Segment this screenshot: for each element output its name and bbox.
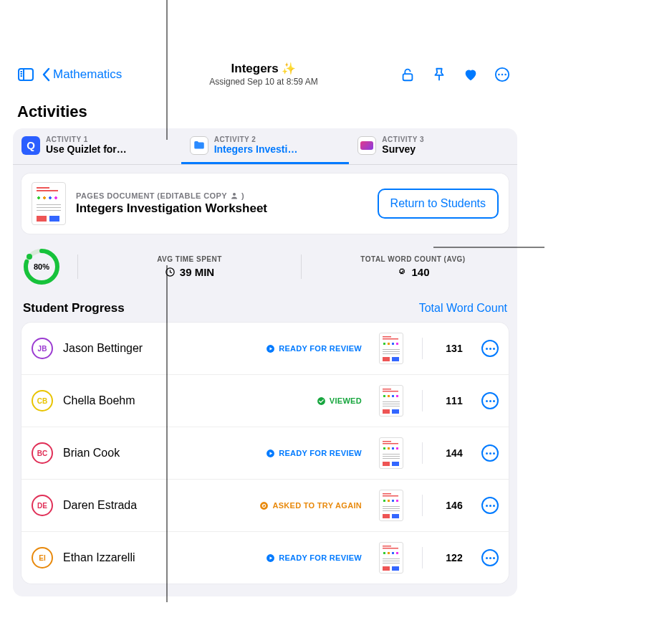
svg-point-9: [501, 73, 504, 75]
pin-icon[interactable]: [431, 67, 447, 82]
avatar: CB: [32, 390, 53, 411]
return-to-students-button[interactable]: Return to Students: [378, 189, 499, 219]
page-title-text: Integers: [231, 62, 279, 75]
back-button[interactable]: Mathematics: [42, 67, 122, 82]
student-name: Daren Estrada: [63, 499, 249, 512]
unlock-icon[interactable]: [400, 67, 416, 82]
student-row[interactable]: DEDaren EstradaASKED TO TRY AGAIN146: [21, 480, 509, 532]
student-progress-header: Student Progress Total Word Count: [13, 295, 517, 323]
student-list: JBJason BettingerREADY FOR REVIEW131CBCh…: [21, 323, 509, 584]
row-more-button[interactable]: [481, 392, 499, 409]
folder-icon: [190, 136, 208, 155]
status-badge: READY FOR REVIEW: [266, 449, 362, 458]
row-more-button[interactable]: [481, 497, 499, 514]
divider: [77, 254, 78, 279]
tab-overline: ACTIVITY 3: [382, 135, 424, 143]
page-subtitle: Assigned Sep 10 at 8:59 AM: [170, 77, 357, 87]
submission-thumbnail[interactable]: [379, 333, 403, 364]
svg-point-10: [504, 73, 507, 75]
avatar: DE: [32, 495, 53, 516]
tab-title: Integers Investi…: [214, 143, 298, 155]
divider: [422, 442, 423, 464]
badge-icon: [396, 267, 407, 277]
stat-avg-time: AVG TIME SPENT 39 MIN: [95, 255, 284, 278]
svg-point-18: [317, 397, 325, 405]
row-more-button[interactable]: [481, 549, 499, 566]
stat-word-count: TOTAL WORD COUNT (AVG) 140: [319, 255, 507, 278]
activity-tabs: Q ACTIVITY 1 Use Quizlet for… ACTIVITY 2…: [13, 128, 517, 165]
clock-icon: [165, 267, 176, 277]
divider: [422, 495, 423, 516]
quizlet-icon: Q: [21, 136, 40, 155]
divider: [422, 390, 423, 411]
student-name: Jason Bettinger: [63, 342, 256, 355]
submission-thumbnail[interactable]: [379, 490, 403, 521]
header-center: Integers ✨ Assigned Sep 10 at 8:59 AM: [170, 62, 357, 87]
svg-rect-5: [403, 74, 413, 80]
status-badge: READY FOR REVIEW: [266, 553, 362, 563]
survey-icon: [357, 136, 376, 155]
student-row[interactable]: EIEthan IzzarelliREADY FOR REVIEW122: [21, 532, 509, 584]
document-labels: PAGES DOCUMENT (EDITABLE COPY ) Integers…: [76, 191, 368, 216]
svg-point-21: [260, 502, 268, 510]
sidebar-toggle-icon[interactable]: [17, 66, 34, 83]
progress-ring: 80%: [23, 248, 60, 285]
avatar: BC: [32, 442, 53, 464]
stat-value: 39 MIN: [180, 266, 214, 278]
tab-overline: ACTIVITY 2: [214, 135, 298, 143]
word-count: 122: [441, 552, 467, 563]
divider: [301, 254, 302, 279]
student-row[interactable]: BCBrian CookREADY FOR REVIEW144: [21, 427, 509, 480]
stat-value: 140: [411, 266, 429, 278]
status-badge: VIEWED: [317, 396, 362, 406]
tab-activity-1[interactable]: Q ACTIVITY 1 Use Quizlet for…: [13, 128, 181, 164]
stats-row: 80% AVG TIME SPENT 39 MIN TOTAL WORD COU…: [13, 242, 517, 295]
status-badge: READY FOR REVIEW: [266, 344, 362, 353]
submission-thumbnail[interactable]: [379, 437, 403, 469]
back-label: Mathematics: [53, 67, 122, 82]
document-title: Integers Investigation Worksheet: [76, 201, 368, 216]
stat-overline: AVG TIME SPENT: [95, 255, 284, 263]
divider: [422, 338, 423, 359]
tab-activity-2[interactable]: ACTIVITY 2 Integers Investi…: [181, 128, 350, 164]
word-count: 146: [441, 500, 467, 511]
divider: [422, 547, 423, 568]
student-row[interactable]: JBJason BettingerREADY FOR REVIEW131: [21, 323, 509, 375]
app-window: Mathematics Integers ✨ Assigned Sep 10 a…: [7, 56, 523, 596]
student-name: Brian Cook: [63, 447, 256, 460]
document-overline: PAGES DOCUMENT (EDITABLE COPY ): [76, 191, 368, 200]
document-overline-suffix: ): [241, 191, 244, 200]
favorite-icon[interactable]: [463, 67, 479, 82]
page-title: Integers ✨: [170, 62, 357, 76]
row-more-button[interactable]: [481, 340, 499, 357]
student-name: Chella Boehm: [63, 394, 307, 407]
tab-activity-3[interactable]: ACTIVITY 3 Survey: [349, 128, 517, 164]
person-icon: [230, 191, 239, 200]
document-thumbnail[interactable]: [32, 182, 66, 225]
student-progress-filter[interactable]: Total Word Count: [419, 302, 507, 315]
svg-point-11: [233, 193, 236, 196]
document-overline-text: PAGES DOCUMENT (EDITABLE COPY: [76, 191, 227, 200]
student-progress-title: Student Progress: [23, 301, 419, 315]
header-bar: Mathematics Integers ✨ Assigned Sep 10 a…: [7, 56, 523, 90]
header-left: Mathematics: [17, 66, 161, 83]
activities-card: Q ACTIVITY 1 Use Quizlet for… ACTIVITY 2…: [13, 128, 517, 596]
tab-overline: ACTIVITY 1: [46, 135, 127, 143]
word-count: 111: [441, 395, 467, 406]
header-actions: [366, 67, 513, 82]
submission-thumbnail[interactable]: [379, 542, 403, 574]
submission-thumbnail[interactable]: [379, 385, 403, 417]
progress-label: 80%: [23, 248, 60, 285]
tab-title: Survey: [382, 143, 424, 155]
student-name: Ethan Izzarelli: [63, 551, 256, 564]
more-icon[interactable]: [494, 67, 510, 82]
tab-title: Use Quizlet for…: [46, 143, 127, 155]
word-count: 131: [441, 343, 467, 354]
sparkles-icon: ✨: [282, 62, 296, 75]
student-row[interactable]: CBChella BoehmVIEWED111: [21, 375, 509, 427]
row-more-button[interactable]: [481, 444, 499, 462]
avatar: JB: [32, 338, 53, 359]
stat-overline: TOTAL WORD COUNT (AVG): [319, 255, 507, 263]
section-title: Activities: [7, 90, 523, 128]
document-row: PAGES DOCUMENT (EDITABLE COPY ) Integers…: [21, 173, 509, 234]
